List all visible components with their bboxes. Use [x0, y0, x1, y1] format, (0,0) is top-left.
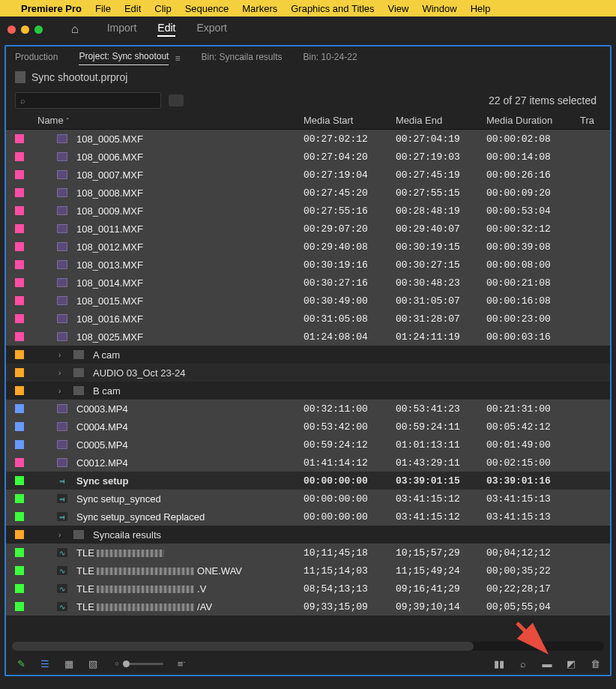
tab-export[interactable]: Export [196, 22, 226, 37]
clip-row[interactable]: ⫤Sync setup00:00:00:0003:39:01:1503:39:0… [6, 472, 610, 490]
header-media-duration[interactable]: Media Duration [486, 115, 580, 126]
label-color-swatch[interactable] [15, 296, 24, 305]
scrollbar-thumb[interactable] [12, 642, 474, 651]
clip-row[interactable]: ∿TLE 10;11;45;1810;15;57;2900;04;12;12 [6, 544, 610, 562]
panel-tab-bin-syncaila[interactable]: Bin: Syncaila results [201, 52, 282, 65]
label-color-swatch[interactable] [15, 332, 24, 341]
panel-tab-production[interactable]: Production [15, 52, 58, 65]
label-color-swatch[interactable] [15, 530, 24, 539]
clip-row[interactable]: 108_0008.MXF00:27:45:2000:27:55:1500:00:… [6, 184, 610, 202]
menu-clip[interactable]: Clip [154, 3, 171, 14]
clip-row[interactable]: C0012.MP401:41:14:1201:43:29:1100:02:15:… [6, 454, 610, 472]
clip-row[interactable]: 108_0006.MXF00:27:04:2000:27:19:0300:00:… [6, 148, 610, 166]
header-name[interactable]: Name ˆ [37, 115, 304, 126]
menu-edit[interactable]: Edit [124, 3, 141, 14]
label-color-swatch[interactable] [15, 350, 24, 359]
label-color-swatch[interactable] [15, 386, 24, 395]
app-name[interactable]: Premiere Pro [21, 3, 82, 14]
clip-row[interactable]: ∿TLE /AV09;33;15;0909;39;10;1400;05;55;0… [6, 598, 610, 616]
clip-row[interactable]: C0005.MP400:59:24:1201:01:13:1100:01:49:… [6, 436, 610, 454]
label-color-swatch[interactable] [15, 440, 24, 449]
label-color-swatch[interactable] [15, 152, 24, 161]
label-color-swatch[interactable] [15, 170, 24, 179]
clip-row[interactable]: 108_0016.MXF00:31:05:0800:31:28:0700:00:… [6, 310, 610, 328]
label-color-swatch[interactable] [15, 602, 24, 611]
search-input[interactable]: ⌕ [15, 92, 161, 109]
minimize-window-button[interactable] [21, 25, 29, 34]
clip-row[interactable]: 108_0012.MXF00:29:40:0800:30:19:1500:00:… [6, 238, 610, 256]
header-media-end[interactable]: Media End [396, 115, 486, 126]
disclosure-triangle-icon[interactable]: › [58, 387, 66, 395]
header-media-start[interactable]: Media Start [304, 115, 396, 126]
label-color-swatch[interactable] [15, 206, 24, 215]
new-item-button[interactable]: ◩ [565, 658, 577, 670]
menu-markers[interactable]: Markers [242, 3, 277, 14]
tab-import[interactable]: Import [107, 22, 137, 37]
thumbnail-size-slider[interactable] [126, 663, 163, 665]
disclosure-triangle-icon[interactable]: › [58, 369, 66, 377]
label-color-swatch[interactable] [15, 242, 24, 251]
bin-row[interactable]: ›A cam [6, 346, 610, 364]
label-color-swatch[interactable] [15, 422, 24, 431]
clip-row[interactable]: 108_0014.MXF00:30:27:1600:30:48:2300:00:… [6, 274, 610, 292]
clip-row[interactable]: 108_0013.MXF00:30:19:1600:30:27:1500:00:… [6, 256, 610, 274]
bin-row[interactable]: ›B cam [6, 382, 610, 400]
clip-row[interactable]: 108_0005.MXF00:27:02:1200:27:04:1900:00:… [6, 130, 610, 148]
home-icon[interactable]: ⌂ [71, 22, 79, 36]
close-window-button[interactable] [7, 25, 16, 34]
label-color-swatch[interactable] [15, 188, 24, 197]
sort-icons-button[interactable]: ≡ˇ [175, 658, 187, 670]
label-color-swatch[interactable] [15, 458, 24, 467]
clip-row[interactable]: C0003.MP400:32:11:0000:53:41:2300:21:31:… [6, 400, 610, 418]
label-color-swatch[interactable] [15, 404, 24, 413]
panel-menu-icon[interactable]: ≡ [175, 53, 180, 64]
automate-to-sequence-button[interactable]: ▮▮ [493, 658, 505, 670]
menu-view[interactable]: View [388, 3, 409, 14]
bin-row[interactable]: ›AUDIO 03_Oct 23-24 [6, 364, 610, 382]
label-color-swatch[interactable] [15, 566, 24, 575]
list-view-button[interactable]: ☰ [39, 658, 51, 670]
label-color-swatch[interactable] [15, 512, 24, 521]
clip-row[interactable]: ⫤Sync setup_synced Replaced00:00:00:0003… [6, 508, 610, 526]
freeform-view-button[interactable]: ▧ [87, 658, 99, 670]
disclosure-triangle-icon[interactable]: › [58, 531, 66, 539]
bin-row[interactable]: ›Syncaila results [6, 526, 610, 544]
menu-window[interactable]: Window [422, 3, 456, 14]
label-color-swatch[interactable] [15, 134, 24, 143]
panel-tab-project[interactable]: Project: Sync shootout [79, 51, 169, 65]
clip-row[interactable]: 108_0007.MXF00:27:19:0400:27:45:1900:00:… [6, 166, 610, 184]
label-color-swatch[interactable] [15, 260, 24, 269]
menu-file[interactable]: File [95, 3, 111, 14]
clip-row[interactable]: ⫤Sync setup_synced00:00:00:0003:41:15:12… [6, 490, 610, 508]
panel-tab-bin-date[interactable]: Bin: 10-24-22 [304, 52, 357, 65]
menu-help[interactable]: Help [471, 3, 491, 14]
label-color-swatch[interactable] [15, 278, 24, 287]
horizontal-scrollbar[interactable] [12, 642, 604, 651]
icon-view-button[interactable]: ▦ [63, 658, 75, 670]
label-color-swatch[interactable] [15, 584, 24, 593]
clear-button[interactable]: 🗑 [589, 658, 601, 670]
find-button[interactable]: ⌕ [517, 658, 529, 670]
disclosure-triangle-icon[interactable]: › [58, 351, 66, 359]
new-bin-button[interactable]: ▬ [541, 658, 553, 670]
label-color-swatch[interactable] [15, 494, 24, 503]
menu-sequence[interactable]: Sequence [185, 3, 229, 14]
header-tra[interactable]: Tra [580, 115, 610, 126]
label-color-swatch[interactable] [15, 476, 24, 485]
project-item-list[interactable]: 108_0005.MXF00:27:02:1200:27:04:1900:00:… [6, 130, 610, 637]
label-color-swatch[interactable] [15, 368, 24, 377]
clip-row[interactable]: 108_0009.MXF00:27:55:1600:28:48:1900:00:… [6, 202, 610, 220]
tab-edit[interactable]: Edit [157, 22, 175, 37]
menu-graphics[interactable]: Graphics and Titles [291, 3, 374, 14]
clip-row[interactable]: 108_0011.MXF00:29:07:2000:29:40:0700:00:… [6, 220, 610, 238]
label-color-swatch[interactable] [15, 548, 24, 557]
write-mode-button[interactable]: ✎ [15, 658, 27, 670]
clip-row[interactable]: C0004.MP400:53:42:0000:59:24:1100:05:42:… [6, 418, 610, 436]
clip-row[interactable]: 108_0025.MXF01:24:08:0401:24:11:1900:00:… [6, 328, 610, 346]
open-bin-button[interactable] [169, 94, 184, 106]
clip-row[interactable]: 108_0015.MXF00:30:49:0000:31:05:0700:00:… [6, 292, 610, 310]
label-color-swatch[interactable] [15, 224, 24, 233]
maximize-window-button[interactable] [34, 25, 43, 34]
clip-row[interactable]: ∿TLE ONE.WAV11;15;14;0311;15;49;2400;00;… [6, 562, 610, 580]
label-color-swatch[interactable] [15, 314, 24, 323]
